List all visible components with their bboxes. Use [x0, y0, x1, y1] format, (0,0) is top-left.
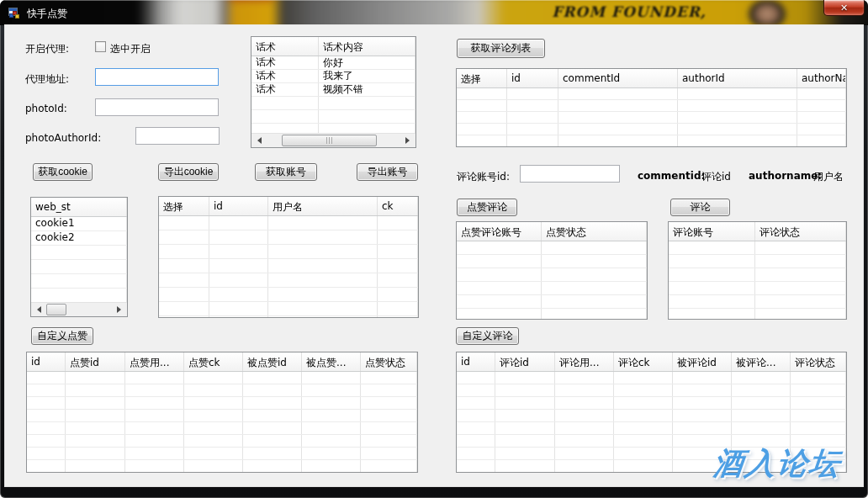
column-header[interactable]: 评论账号	[669, 222, 755, 241]
custom-comment-button[interactable]: 自定义评论	[456, 327, 519, 345]
table-row[interactable]	[669, 255, 846, 268]
scroll-left-button[interactable]	[31, 303, 45, 317]
column-header[interactable]: 点赞评论账号	[457, 222, 542, 241]
table-row[interactable]	[457, 112, 846, 124]
table-row[interactable]	[159, 288, 418, 302]
column-header[interactable]: 点赞id	[66, 352, 125, 371]
table-row[interactable]	[669, 309, 846, 320]
scroll-thumb[interactable]	[282, 135, 377, 146]
table-row[interactable]	[457, 397, 846, 410]
photo-author-id-input[interactable]	[135, 127, 220, 145]
table-row[interactable]	[159, 273, 418, 288]
column-header[interactable]: 点赞状态	[361, 352, 417, 371]
column-header[interactable]: id	[507, 69, 558, 87]
table-row[interactable]	[457, 100, 846, 112]
comment-button[interactable]: 评论	[670, 199, 730, 216]
table-row[interactable]: 话术我来了	[251, 70, 415, 83]
script-grid-hscrollbar[interactable]	[251, 133, 415, 147]
table-row[interactable]	[251, 97, 415, 110]
table-row[interactable]	[669, 295, 846, 309]
table-row[interactable]	[27, 460, 417, 473]
column-header[interactable]: 被点赞id	[243, 352, 302, 371]
comment-status-grid[interactable]: 评论账号评论状态	[668, 221, 847, 320]
table-row[interactable]	[31, 260, 127, 274]
column-header[interactable]: 选择	[159, 197, 209, 215]
table-row[interactable]	[251, 110, 415, 124]
table-row[interactable]	[457, 268, 647, 282]
table-row[interactable]	[27, 448, 417, 460]
proxy-address-input[interactable]	[95, 68, 219, 86]
scroll-track[interactable]	[266, 134, 401, 148]
column-header[interactable]: 话术内容	[319, 37, 415, 56]
table-row[interactable]	[27, 435, 417, 448]
table-row[interactable]	[457, 88, 846, 100]
column-header[interactable]: 评论id	[495, 352, 555, 371]
table-row[interactable]	[669, 241, 846, 255]
get-account-button[interactable]: 获取账号	[255, 163, 317, 181]
scroll-thumb[interactable]	[46, 304, 66, 315]
custom-like-grid[interactable]: id点赞id点赞用...点赞ck被点赞id被点赞...点赞状态	[26, 352, 418, 473]
table-row[interactable]	[31, 274, 127, 289]
table-row[interactable]	[27, 422, 417, 435]
column-header[interactable]: 被点赞...	[302, 352, 361, 371]
column-header[interactable]: id	[457, 352, 495, 371]
photo-id-input[interactable]	[95, 98, 219, 116]
table-row[interactable]	[27, 384, 417, 397]
column-header[interactable]: authorId	[678, 69, 797, 87]
cookie-list-grid[interactable]: web_stcookie1cookie2	[30, 197, 128, 317]
table-row[interactable]	[31, 246, 127, 260]
titlebar[interactable]: FROM FOUNDER, 快手点赞 ✕	[0, 0, 868, 25]
scroll-right-button[interactable]	[113, 303, 127, 317]
table-row[interactable]	[457, 255, 647, 268]
table-row[interactable]	[159, 302, 418, 316]
get-cookie-button[interactable]: 获取cookie	[33, 163, 93, 181]
comment-account-id-input[interactable]	[520, 165, 620, 183]
table-row[interactable]: cookie1	[31, 217, 127, 231]
get-comment-list-button[interactable]: 获取评论列表	[457, 39, 545, 58]
table-row[interactable]: cookie2	[31, 231, 127, 246]
like-comment-button[interactable]: 点赞评论	[457, 199, 517, 216]
column-header[interactable]: 话术	[251, 37, 319, 56]
table-row[interactable]	[457, 282, 647, 295]
column-header[interactable]: 点赞ck	[184, 352, 243, 371]
table-row[interactable]	[159, 316, 418, 318]
export-account-button[interactable]: 导出账号	[357, 163, 418, 181]
column-header[interactable]: id	[209, 197, 268, 215]
column-header[interactable]: 用户名	[268, 197, 378, 215]
table-row[interactable]	[457, 309, 647, 320]
column-header[interactable]: 评论ck	[614, 352, 673, 371]
script-grid[interactable]: 话术话术内容话术你好话术我来了话术视频不错	[251, 36, 416, 148]
column-header[interactable]: web_st	[31, 198, 127, 216]
table-row[interactable]	[159, 259, 418, 273]
table-row[interactable]	[159, 245, 418, 259]
table-row[interactable]	[457, 124, 846, 135]
export-cookie-button[interactable]: 导出cookie	[158, 163, 219, 181]
account-grid[interactable]: 选择id用户名ck	[158, 196, 419, 318]
column-header[interactable]: 选择	[457, 69, 507, 87]
table-row[interactable]	[31, 289, 127, 303]
table-row[interactable]	[27, 397, 417, 410]
table-row[interactable]	[457, 422, 846, 435]
column-header[interactable]: 点赞状态	[542, 222, 647, 241]
custom-like-button[interactable]: 自定义点赞	[31, 327, 93, 345]
table-row[interactable]: 话术视频不错	[251, 83, 415, 97]
scroll-right-button[interactable]	[401, 134, 415, 148]
comment-list-grid[interactable]: 选择idcommentIdauthorIdauthorNam	[456, 68, 847, 147]
table-row[interactable]	[27, 410, 417, 422]
table-row[interactable]	[457, 372, 846, 384]
table-row[interactable]	[457, 295, 647, 309]
column-header[interactable]: 评论用...	[555, 352, 614, 371]
table-row[interactable]: 话术你好	[251, 56, 415, 70]
table-row[interactable]	[159, 230, 418, 245]
like-status-grid[interactable]: 点赞评论账号点赞状态	[456, 221, 648, 320]
column-header[interactable]: id	[27, 352, 66, 371]
column-header[interactable]: 评论状态	[755, 222, 846, 241]
column-header[interactable]: 点赞用...	[125, 352, 184, 371]
table-row[interactable]	[457, 384, 846, 397]
table-row[interactable]	[457, 135, 846, 147]
close-button[interactable]: ✕	[823, 0, 865, 16]
scroll-left-button[interactable]	[251, 134, 266, 148]
table-row[interactable]	[27, 372, 417, 384]
table-row[interactable]	[669, 282, 846, 295]
column-header[interactable]: 评论状态	[791, 352, 846, 371]
